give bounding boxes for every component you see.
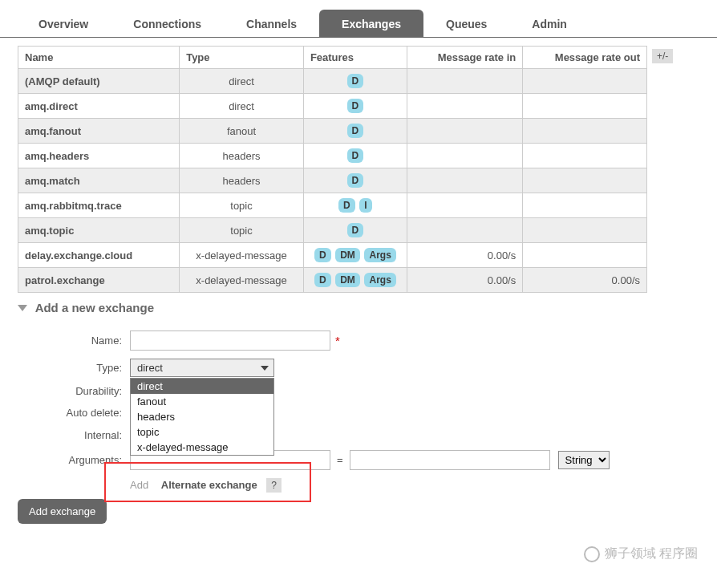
- cell-rate-in: [407, 144, 522, 168]
- cell-rate-out: [523, 94, 647, 119]
- cell-rate-out: 0.00/s: [523, 268, 647, 293]
- feature-badge: DM: [335, 273, 360, 287]
- type-option[interactable]: fanout: [131, 394, 273, 409]
- cell-rate-out: [523, 168, 647, 193]
- exchanges-table: Name Type Features Message rate in Messa…: [18, 46, 647, 293]
- table-row[interactable]: amq.fanoutfanoutD: [18, 119, 647, 144]
- cell-type: x-delayed-message: [180, 268, 304, 293]
- cell-rate-in: 0.00/s: [407, 268, 522, 293]
- cell-features: D: [303, 119, 407, 144]
- add-exchange-section[interactable]: Add a new exchange: [18, 293, 699, 314]
- tab-admin[interactable]: Admin: [509, 10, 589, 37]
- label-durability: Durability:: [18, 385, 130, 397]
- feature-badge: D: [314, 273, 331, 287]
- cell-rate-in: [407, 218, 522, 243]
- cell-rate-in: [407, 94, 522, 119]
- cell-features: D I: [303, 193, 407, 218]
- cell-rate-in: [407, 193, 522, 218]
- feature-badge: D: [347, 223, 364, 237]
- cell-name[interactable]: amq.fanout: [18, 119, 180, 144]
- cell-features: D: [303, 218, 407, 243]
- feature-badge: D: [347, 99, 364, 113]
- cell-features: D: [303, 144, 407, 168]
- label-type: Type:: [18, 362, 130, 374]
- cell-features: D: [303, 94, 407, 119]
- feature-badge: D: [338, 198, 355, 213]
- add-argument-link[interactable]: Add: [130, 479, 148, 491]
- feature-badge: D: [347, 124, 364, 138]
- feature-badge: D: [347, 74, 364, 88]
- label-arguments: Arguments:: [18, 454, 130, 466]
- cell-type: headers: [180, 144, 304, 168]
- table-row[interactable]: amq.directdirectD: [18, 94, 647, 119]
- table-row[interactable]: amq.rabbitmq.tracetopicD I: [18, 193, 647, 218]
- table-row[interactable]: amq.topictopicD: [18, 218, 647, 243]
- col-type[interactable]: Type: [180, 47, 304, 69]
- feature-badge: D: [314, 248, 331, 262]
- feature-badge: Args: [364, 273, 395, 287]
- table-row[interactable]: (AMQP default)directD: [18, 69, 647, 94]
- col-features[interactable]: Features: [303, 47, 407, 69]
- cell-rate-in: [407, 119, 522, 144]
- cell-name[interactable]: patrol.exchange: [18, 268, 180, 293]
- feature-badge: DM: [335, 248, 360, 262]
- alternate-exchange-link[interactable]: Alternate exchange: [161, 479, 257, 491]
- cell-type: topic: [180, 218, 304, 243]
- cell-type: direct: [180, 69, 304, 94]
- feature-badge: I: [359, 198, 371, 213]
- cell-name[interactable]: (AMQP default): [18, 69, 180, 94]
- name-input[interactable]: [130, 330, 330, 351]
- col-rate-out[interactable]: Message rate out: [523, 47, 647, 69]
- tab-overview[interactable]: Overview: [16, 10, 111, 37]
- equals-sign: =: [337, 454, 343, 466]
- type-option[interactable]: topic: [131, 424, 273, 440]
- cell-rate-out: [523, 193, 647, 218]
- label-auto-delete: Auto delete:: [18, 407, 130, 419]
- cell-name[interactable]: amq.match: [18, 168, 180, 193]
- cell-features: D: [303, 168, 407, 193]
- table-row[interactable]: patrol.exchangex-delayed-messageD DM Arg…: [18, 268, 647, 293]
- type-option[interactable]: headers: [131, 409, 273, 424]
- help-alternate-exchange[interactable]: ?: [266, 478, 282, 493]
- type-dropdown: directfanoutheaderstopicx-delayed-messag…: [130, 378, 274, 456]
- required-mark: *: [335, 334, 340, 347]
- tab-connections[interactable]: Connections: [111, 10, 224, 37]
- cell-features: D: [303, 69, 407, 94]
- columns-toggle[interactable]: +/-: [652, 49, 673, 63]
- tab-queues[interactable]: Queues: [423, 10, 509, 37]
- col-rate-in[interactable]: Message rate in: [407, 47, 522, 69]
- col-name[interactable]: Name: [18, 47, 180, 69]
- caret-down-icon: [18, 305, 27, 311]
- label-internal: Internal:: [18, 429, 130, 441]
- cell-type: fanout: [180, 119, 304, 144]
- type-option[interactable]: x-delayed-message: [131, 440, 273, 455]
- cell-name[interactable]: delay.exchange.cloud: [18, 243, 180, 268]
- table-row[interactable]: delay.exchange.cloudx-delayed-messageD D…: [18, 243, 647, 268]
- cell-features: D DM Args: [303, 243, 407, 268]
- feature-badge: D: [347, 148, 364, 163]
- cell-name[interactable]: amq.rabbitmq.trace: [18, 193, 180, 218]
- main-tabs: Overview Connections Channels Exchanges …: [0, 10, 717, 38]
- add-exchange-button[interactable]: Add exchange: [18, 499, 107, 524]
- tab-exchanges[interactable]: Exchanges: [319, 10, 423, 37]
- table-row[interactable]: amq.matchheadersD: [18, 168, 647, 193]
- cell-rate-out: [523, 243, 647, 268]
- type-option[interactable]: direct: [131, 379, 273, 394]
- cell-name[interactable]: amq.headers: [18, 144, 180, 168]
- type-select[interactable]: direct directfanoutheaderstopicx-delayed…: [130, 359, 274, 377]
- cell-name[interactable]: amq.direct: [18, 94, 180, 119]
- cell-rate-out: [523, 69, 647, 94]
- cell-type: direct: [180, 94, 304, 119]
- label-name: Name:: [18, 335, 130, 347]
- section-title: Add a new exchange: [35, 301, 154, 314]
- argument-value-input[interactable]: [350, 450, 550, 470]
- table-row[interactable]: amq.headersheadersD: [18, 144, 647, 168]
- type-select-value[interactable]: direct: [130, 359, 274, 377]
- cell-name[interactable]: amq.topic: [18, 218, 180, 243]
- argument-type-select[interactable]: String: [558, 451, 610, 469]
- cell-type: topic: [180, 193, 304, 218]
- cell-rate-in: 0.00/s: [407, 243, 522, 268]
- cell-type: headers: [180, 168, 304, 193]
- tab-channels[interactable]: Channels: [224, 10, 319, 37]
- cell-rate-out: [523, 218, 647, 243]
